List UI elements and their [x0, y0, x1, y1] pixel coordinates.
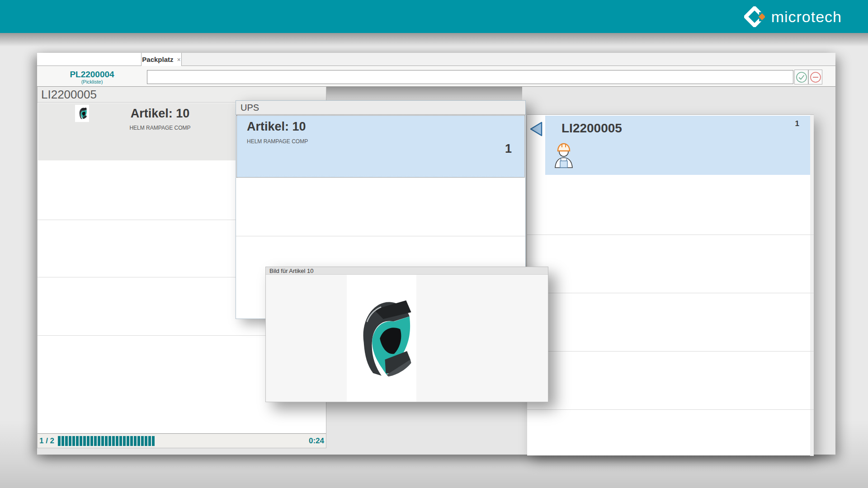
progress-segment [119, 436, 122, 446]
pick-item-title: Artikel: 10 [97, 107, 223, 121]
confirm-check-icon [796, 71, 807, 83]
remove-button[interactable] [808, 70, 822, 84]
progress-segment [87, 436, 90, 446]
tab-packplatz[interactable]: Packplatz × [141, 53, 182, 66]
microtech-logo-icon [744, 6, 765, 27]
lieferschein-selected-row: LI2200005 1 [545, 116, 810, 175]
worker-icon [553, 141, 574, 168]
packed-item-subtitle: HELM RAMPAGE COMP [247, 138, 308, 145]
back-arrow-cell[interactable] [527, 116, 545, 175]
brand-name: microtech [771, 8, 842, 26]
progress-segment [105, 436, 108, 446]
popup-title: Bild für Artikel 10 [266, 267, 548, 275]
content-top-shadow [322, 87, 522, 102]
row-separator [527, 351, 814, 352]
progress-segment [152, 436, 155, 446]
article-image-popup: Bild für Artikel 10 [265, 267, 548, 402]
microtech-logo: microtech [744, 6, 842, 27]
progress-segment [76, 436, 79, 446]
helmet-image-icon [348, 292, 415, 385]
row-separator [236, 236, 525, 236]
helmet-thumbnail-icon [76, 106, 88, 121]
row-separator [527, 235, 814, 235]
progress-segment [112, 436, 115, 446]
packed-item-quantity: 1 [505, 142, 512, 156]
progress-segment [130, 436, 133, 446]
back-arrow-icon [529, 122, 543, 136]
scan-toolbar: PL2200004 (Pickliste) [37, 66, 835, 87]
progress-bar-row: 1 / 2 0:24 [38, 433, 326, 448]
topbar-shadow [0, 33, 868, 47]
tab-strip: Packplatz × [37, 53, 835, 66]
progress-segment [83, 436, 86, 446]
progress-segment [141, 436, 144, 446]
tab-packplatz-label: Packplatz [142, 56, 173, 63]
pick-item-subtitle: HELM RAMPAGE COMP [97, 125, 223, 131]
progress-segment [108, 436, 111, 446]
progress-segment [69, 436, 71, 446]
lieferschein-id: LI2200005 [561, 121, 622, 136]
row-separator [527, 293, 814, 293]
scroll-gutter [810, 115, 814, 456]
progress-segment [101, 436, 104, 446]
progress-timer: 0:24 [309, 436, 324, 446]
progress-segment [148, 436, 151, 446]
progress-segment [134, 436, 137, 446]
close-icon[interactable]: × [177, 56, 181, 63]
tab-strip-background [182, 53, 835, 66]
progress-segment [58, 436, 61, 446]
progress-segment [72, 436, 75, 446]
packed-item-card[interactable]: Artikel: 10 HELM RAMPAGE COMP 1 [237, 116, 524, 177]
progress-segment [116, 436, 118, 446]
remove-minus-icon [810, 71, 821, 83]
progress-segment [145, 436, 147, 446]
progress-segment [65, 436, 68, 446]
lieferschein-row[interactable]: LI2200005 1 [527, 116, 814, 175]
packed-item-title: Artikel: 10 [247, 120, 306, 134]
pickliste-sublabel: (Pickliste) [37, 79, 147, 84]
lieferschein-panel: LI2200005 1 [527, 114, 814, 455]
ups-panel-title: UPS [236, 101, 525, 115]
lieferschein-count: 1 [795, 119, 799, 128]
pickliste-id: PL2200004 [37, 70, 147, 80]
progress-segment [137, 436, 140, 446]
progress-segments [58, 436, 155, 446]
row-separator [527, 409, 814, 410]
progress-segment [90, 436, 93, 446]
packplatz-screen: microtech Packplatz × PL2200004 (Picklis… [0, 0, 868, 488]
progress-segment [98, 436, 100, 446]
progress-segment [127, 436, 129, 446]
progress-segment [123, 436, 126, 446]
progress-segment [80, 436, 82, 446]
confirm-button[interactable] [794, 70, 808, 84]
article-thumbnail [75, 105, 89, 122]
top-brand-bar: microtech [0, 0, 868, 33]
scan-input[interactable] [147, 70, 793, 84]
progress-segment [94, 436, 97, 446]
progress-position: 1 / 2 [39, 436, 54, 446]
popup-body [266, 275, 548, 402]
article-image [347, 275, 416, 402]
progress-segment [61, 436, 64, 446]
